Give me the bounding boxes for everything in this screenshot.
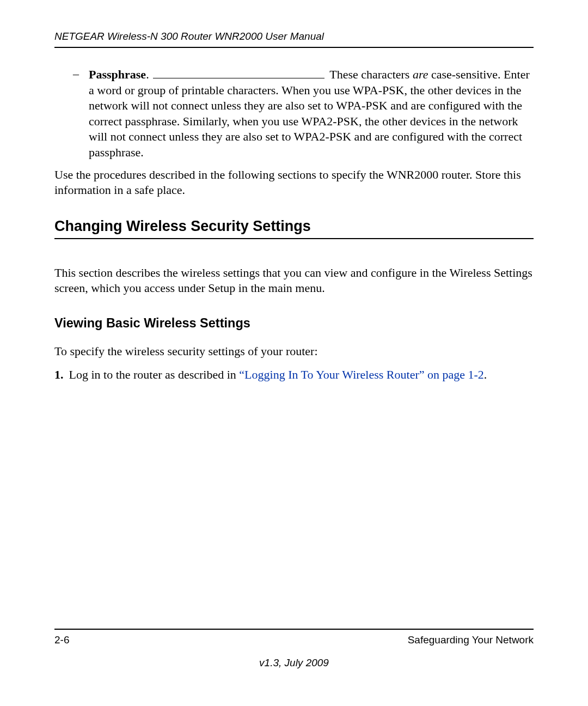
case-note-prefix: These characters xyxy=(329,68,413,81)
step-item: 1. Log in to the router as described in … xyxy=(54,367,534,383)
page-container: NETGEAR Wireless-N 300 Router WNR2000 Us… xyxy=(0,0,588,706)
doc-version: v1.3, July 2009 xyxy=(54,657,534,669)
section-name: Safeguarding Your Network xyxy=(408,634,534,646)
content-area: – Passphrase. These characters are case-… xyxy=(54,67,534,382)
passphrase-bullet: – Passphrase. These characters are case-… xyxy=(73,67,534,161)
sub-intro-paragraph: To specify the wireless security setting… xyxy=(54,344,534,360)
blank-fill-line xyxy=(153,78,324,78)
bullet-dash: – xyxy=(73,67,79,161)
footer-row: 2-6 Safeguarding Your Network xyxy=(54,634,534,646)
steps-list: 1. Log in to the router as described in … xyxy=(54,367,534,383)
running-header: NETGEAR Wireless-N 300 Router WNR2000 Us… xyxy=(54,31,534,48)
footer-rule xyxy=(54,629,534,630)
procedures-paragraph: Use the procedures described in the foll… xyxy=(54,167,534,198)
section-intro-paragraph: This section describes the wireless sett… xyxy=(54,265,534,296)
step-suffix: . xyxy=(484,368,487,381)
page-footer: 2-6 Safeguarding Your Network v1.3, July… xyxy=(54,629,534,669)
subsection-heading-viewing-basic: Viewing Basic Wireless Settings xyxy=(54,316,534,331)
step-prefix: Log in to the router as described in xyxy=(69,368,240,381)
case-note-suffix: case-sensitive. Enter a word or group of… xyxy=(89,68,530,159)
section-heading-changing-wireless: Changing Wireless Security Settings xyxy=(54,218,534,239)
passphrase-period: . xyxy=(146,68,152,81)
bullet-body: Passphrase. These characters are case-se… xyxy=(89,67,534,161)
case-note-are: are xyxy=(413,68,428,81)
page-number: 2-6 xyxy=(54,634,69,646)
login-crossref-link[interactable]: “Logging In To Your Wireless Router” on … xyxy=(239,368,484,381)
passphrase-label: Passphrase xyxy=(89,68,146,81)
step-number: 1. xyxy=(54,367,64,383)
step-text: Log in to the router as described in “Lo… xyxy=(69,367,487,383)
